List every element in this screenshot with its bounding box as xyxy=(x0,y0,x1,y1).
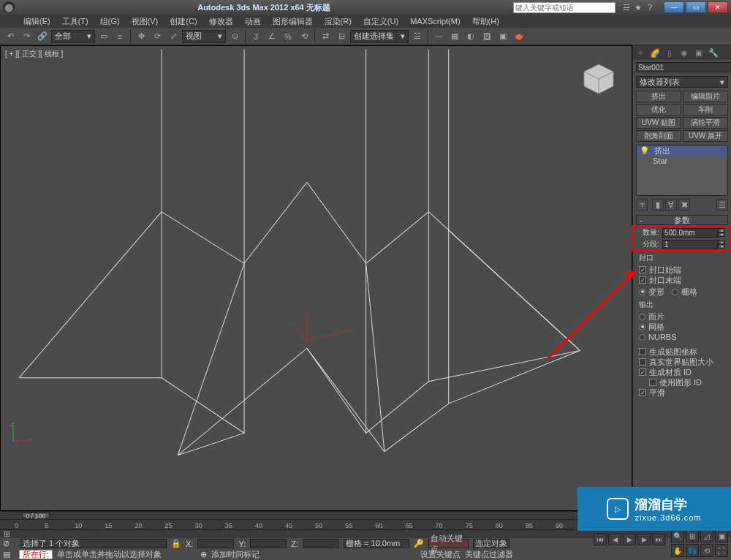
pivot-icon[interactable]: ⊙ xyxy=(227,29,242,44)
key-icon[interactable]: 🔑 xyxy=(414,539,424,548)
add-timemark[interactable]: 添加时间标记 xyxy=(211,549,270,560)
ref-coord-dropdown[interactable]: 视图▾ xyxy=(182,30,226,43)
mirror-icon[interactable]: ⇄ xyxy=(318,29,333,44)
gen-matid-checkbox[interactable]: ✓ xyxy=(639,368,646,376)
fov-icon[interactable]: ◿ xyxy=(700,529,713,542)
stack-item-extrude[interactable]: 💡挤出 xyxy=(637,145,727,156)
mod-btn-turbosmooth[interactable]: 涡轮平滑 xyxy=(683,117,728,129)
cap-morph-radio[interactable] xyxy=(639,289,645,295)
x-coord-field[interactable] xyxy=(197,539,234,548)
menu-grapheditors[interactable]: 图形编辑器 xyxy=(267,15,319,29)
menu-tools[interactable]: 工具(T) xyxy=(56,15,94,29)
unique-icon[interactable]: ∀ xyxy=(665,199,677,211)
output-mesh-radio[interactable] xyxy=(639,324,645,330)
goto-end-icon[interactable]: ⏭ xyxy=(652,534,665,545)
stack-item-star[interactable]: Star xyxy=(637,156,727,166)
orbit-icon[interactable]: ⟲ xyxy=(700,544,713,557)
rotate-icon[interactable]: ⟳ xyxy=(150,29,164,44)
selection-filter[interactable]: 全部▾ xyxy=(51,30,95,43)
menu-group[interactable]: 组(G) xyxy=(94,15,126,29)
pan-icon[interactable]: ✋ xyxy=(671,544,684,557)
mod-btn-bevelprofile[interactable]: 剖角剖面 xyxy=(636,130,681,142)
select-icon[interactable]: ▭ xyxy=(96,29,111,44)
autokey-button[interactable]: 自动关键点 xyxy=(428,539,469,548)
menu-view[interactable]: 视图(V) xyxy=(126,15,164,29)
render-frame-icon[interactable]: ▣ xyxy=(496,29,510,44)
link-icon[interactable]: 🔗 xyxy=(35,29,50,44)
menu-help[interactable]: 帮助(H) xyxy=(466,15,505,29)
mod-btn-uvwmap[interactable]: UVW 贴图 xyxy=(636,117,681,129)
menu-render[interactable]: 渲染(R) xyxy=(319,15,357,29)
display-tab-icon[interactable]: ▣ xyxy=(693,47,705,58)
prev-frame-icon[interactable]: ◀ xyxy=(608,534,621,545)
motion-tab-icon[interactable]: ◉ xyxy=(678,47,690,58)
object-name-input[interactable] xyxy=(636,62,731,72)
schematic-icon[interactable]: ▦ xyxy=(447,29,462,44)
curve-editor-icon[interactable]: 〰 xyxy=(431,29,446,44)
y-coord-field[interactable] xyxy=(250,539,287,548)
menu-create[interactable]: 创建(C) xyxy=(164,15,202,29)
modify-tab-icon[interactable]: 🌈 xyxy=(649,47,661,58)
pin-stack-icon[interactable]: ⥾ xyxy=(636,199,648,211)
viewcube[interactable] xyxy=(580,61,617,97)
select-name-icon[interactable]: ≡ xyxy=(113,29,127,44)
render-setup-icon[interactable]: 🖼 xyxy=(480,29,494,44)
utilities-tab-icon[interactable]: 🔧 xyxy=(708,47,719,58)
spinner-down-icon[interactable]: ▾ xyxy=(718,232,725,237)
menu-edit[interactable]: 编辑(E) xyxy=(18,15,56,29)
render-icon[interactable]: 🫖 xyxy=(512,29,526,44)
realworld-checkbox[interactable] xyxy=(639,358,646,366)
viewport[interactable]: [ + ][ 正交 ][ 线框 ] xyxy=(0,45,632,511)
next-frame-icon[interactable]: ▶ xyxy=(637,534,651,545)
help-icon[interactable]: ? xyxy=(645,2,655,12)
menu-animation[interactable]: 动画 xyxy=(239,15,267,29)
snap-icon[interactable]: 3 xyxy=(249,29,263,44)
mod-btn-editpatch[interactable]: 编辑面片 xyxy=(683,91,728,102)
remove-mod-icon[interactable]: ✖ xyxy=(678,199,690,211)
hierarchy-tab-icon[interactable]: ▯ xyxy=(664,47,675,58)
rollout-params-header[interactable]: -参数 xyxy=(636,215,728,225)
time-slider[interactable]: 0 / 100 xyxy=(22,512,50,518)
scale-icon[interactable]: ⤢ xyxy=(166,29,181,44)
show-end-icon[interactable]: ▮ xyxy=(652,199,664,211)
use-shapeid-checkbox[interactable] xyxy=(649,379,656,386)
smooth-checkbox[interactable]: ✓ xyxy=(639,389,646,396)
named-selection-dropdown[interactable]: 创建选择集▾ xyxy=(350,30,409,43)
zoom-all-icon[interactable]: ⊞ xyxy=(686,529,699,542)
create-tab-icon[interactable]: ✧ xyxy=(635,47,646,58)
gen-mapcoords-checkbox[interactable] xyxy=(639,348,646,355)
play-icon[interactable]: ▶ xyxy=(623,534,636,545)
zoom-icon[interactable]: 🔍 xyxy=(671,529,684,542)
mod-btn-extrude[interactable]: 挤出 xyxy=(636,91,681,102)
align-icon[interactable]: ⊟ xyxy=(334,29,349,44)
trackbar-icon[interactable]: ⊞ xyxy=(0,529,13,539)
lock-selection-icon[interactable]: 🔒 xyxy=(171,539,181,548)
amount-input[interactable] xyxy=(662,228,718,238)
cap-start-checkbox[interactable]: ✓ xyxy=(639,266,646,273)
viewport-label[interactable]: [ + ][ 正交 ][ 线框 ] xyxy=(5,49,63,59)
layers-icon[interactable]: ☱ xyxy=(410,29,425,44)
modifier-stack[interactable]: 💡挤出 Star xyxy=(636,145,728,196)
qat-icon[interactable]: ☰ xyxy=(621,2,632,12)
modifier-list-dropdown[interactable]: 修改器列表▾ xyxy=(636,76,728,88)
close-button[interactable]: ✕ xyxy=(708,1,728,13)
menu-maxscript[interactable]: MAXScript(M) xyxy=(404,15,466,27)
maximize-vp-icon[interactable]: ⛶ xyxy=(715,544,728,557)
angle-snap-icon[interactable]: ∠ xyxy=(265,29,279,44)
mod-btn-uvwunwrap[interactable]: UVW 展开 xyxy=(683,130,728,142)
goto-start-icon[interactable]: ⏮ xyxy=(594,534,607,545)
bulb-icon[interactable]: 💡 xyxy=(640,146,650,156)
mod-btn-lathe[interactable]: 车削 xyxy=(683,104,728,116)
percent-snap-icon[interactable]: % xyxy=(281,29,295,44)
spinner-snap-icon[interactable]: ⟲ xyxy=(297,29,311,44)
menu-modifiers[interactable]: 修改器 xyxy=(203,15,239,29)
mod-btn-optimize[interactable]: 优化 xyxy=(636,104,681,116)
segments-input[interactable] xyxy=(662,240,718,249)
z-coord-field[interactable] xyxy=(303,539,339,548)
cap-end-checkbox[interactable]: ✓ xyxy=(639,276,646,284)
output-patch-radio[interactable] xyxy=(639,314,645,320)
zoom-extents-icon[interactable]: ▣ xyxy=(715,529,728,542)
material-editor-icon[interactable]: ◐ xyxy=(463,29,478,44)
timemark-icon[interactable]: ⊕ xyxy=(200,550,207,559)
configure-icon[interactable]: ☰ xyxy=(716,199,728,211)
